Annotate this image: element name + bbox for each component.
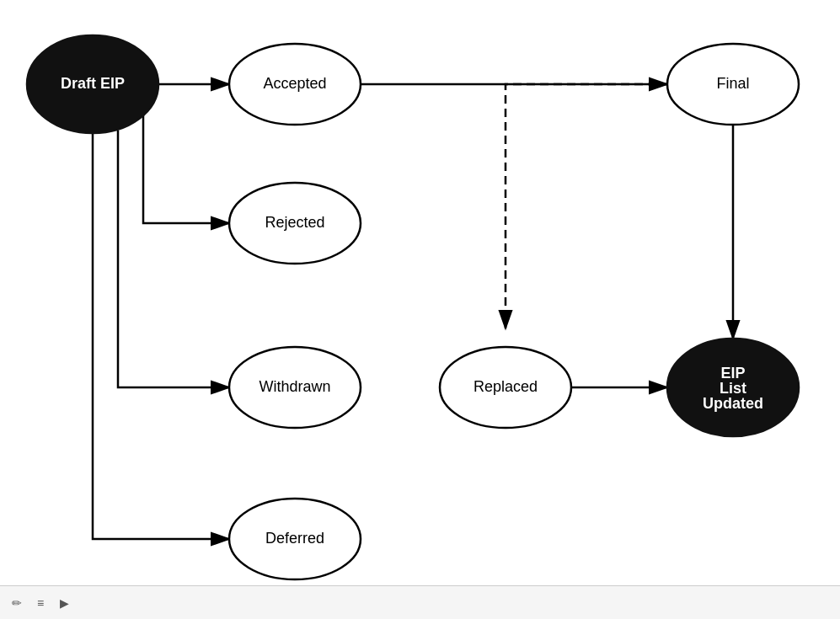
deferred-label: Deferred bbox=[265, 530, 324, 547]
eip-list-label1: EIP bbox=[720, 365, 745, 382]
toolbar: ✏ ≡ ▶ bbox=[0, 585, 840, 619]
play-icon[interactable]: ▶ bbox=[56, 595, 72, 611]
accepted-label: Accepted bbox=[263, 75, 326, 92]
draft-eip-label: Draft EIP bbox=[61, 75, 125, 92]
withdrawn-label: Withdrawn bbox=[259, 378, 330, 395]
edit-icon[interactable]: ✏ bbox=[8, 595, 25, 611]
final-label: Final bbox=[716, 75, 749, 92]
arrow-draft-to-withdrawn bbox=[118, 131, 229, 387]
arrow-draft-to-deferred bbox=[93, 131, 229, 539]
eip-list-label3: Updated bbox=[703, 395, 763, 412]
menu-icon[interactable]: ≡ bbox=[32, 595, 49, 611]
arrow-draft-to-rejected bbox=[143, 109, 229, 223]
eip-list-label2: List bbox=[720, 380, 746, 397]
arrow-final-to-replaced-dashed bbox=[506, 84, 670, 328]
replaced-label: Replaced bbox=[474, 378, 538, 395]
diagram-container: Draft EIP Accepted Final Rejected Replac… bbox=[0, 0, 840, 619]
rejected-label: Rejected bbox=[265, 214, 324, 231]
diagram-svg: Draft EIP Accepted Final Rejected Replac… bbox=[0, 0, 840, 619]
